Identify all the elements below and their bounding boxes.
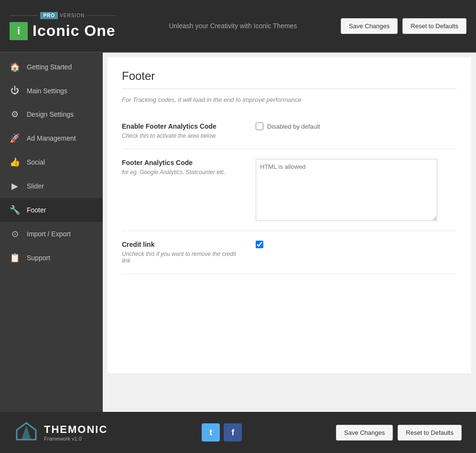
credit-link-checkbox[interactable] (256, 241, 263, 248)
sidebar-item-design-settings[interactable]: ⚙ Design Settings (0, 102, 103, 126)
sidebar-label-import-export: Import / Export (27, 230, 71, 238)
enable-analytics-checkbox[interactable] (256, 122, 263, 130)
wrench-icon: 🔧 (10, 205, 20, 215)
footer-logo-text: THEMONIC Framework v1.0 (44, 423, 108, 442)
facebook-icon: f (231, 428, 234, 438)
enable-analytics-description: Check this to activate the area below (122, 133, 246, 139)
sidebar-label-design-settings: Design Settings (27, 110, 74, 118)
settings-control-col-credit-link (256, 241, 457, 248)
analytics-code-textarea[interactable] (256, 159, 437, 221)
power-icon: ⏻ (10, 86, 20, 96)
logo-container: PRO VERSION i Iconic One (10, 12, 116, 40)
twitter-button[interactable]: t (202, 423, 220, 442)
svg-marker-1 (22, 425, 31, 440)
footer-logo: THEMONIC Framework v1.0 (14, 420, 108, 444)
thumbs-up-icon: 👍 (10, 157, 20, 167)
enable-analytics-checkbox-wrapper: Disabled by default (256, 122, 320, 130)
sidebar-item-support[interactable]: 📋 Support (0, 246, 103, 270)
facebook-button[interactable]: f (224, 423, 242, 442)
settings-section-enable-analytics: Enable Footer Analytics Code Check this … (122, 113, 457, 149)
logo-row: i Iconic One (10, 22, 116, 40)
pro-line-left (10, 15, 38, 16)
settings-control-col-analytics-code (256, 159, 457, 221)
pro-badge: PRO (40, 12, 58, 19)
settings-section-analytics-code: Footer Analytics Code for eg. Google Ana… (122, 149, 457, 231)
logo-icon: i (10, 22, 28, 40)
analytics-code-description: for eg. Google Analytics, Statcounter et… (122, 169, 246, 176)
sidebar-label-social: Social (27, 158, 45, 166)
import-export-icon: ⊙ (10, 229, 20, 239)
header-buttons: Save Changes Reset to Defaults (341, 18, 466, 34)
themonic-logo-icon (14, 420, 38, 444)
sidebar-item-social[interactable]: 👍 Social (0, 150, 103, 174)
footer-reset-button[interactable]: Reset to Defaults (398, 425, 462, 441)
pro-version-bar: PRO VERSION (10, 12, 116, 19)
footer-buttons: Save Changes Reset to Defaults (336, 425, 462, 441)
analytics-code-label: Footer Analytics Code (122, 159, 246, 166)
enable-analytics-checkbox-label: Disabled by default (267, 123, 320, 130)
settings-label-col-credit-link: Credit link Uncheck this if you want to … (122, 241, 256, 264)
sidebar-item-ad-management[interactable]: 🚀 Ad Management (0, 126, 103, 150)
sidebar-label-footer: Footer (27, 206, 46, 214)
play-icon: ▶ (10, 181, 20, 191)
app-header: PRO VERSION i Iconic One Unleash your Cr… (0, 0, 476, 53)
settings-control-col-enable-analytics: Disabled by default (256, 122, 457, 130)
sidebar-label-support: Support (27, 254, 50, 262)
footer-brand: THEMONIC (44, 423, 108, 436)
credit-link-checkbox-wrapper (256, 241, 263, 248)
content-inner: Footer For Tracking codes, it will load … (108, 57, 471, 373)
twitter-icon: t (209, 428, 212, 438)
header-save-button[interactable]: Save Changes (341, 18, 398, 34)
sidebar-item-slider[interactable]: ▶ Slider (0, 174, 103, 198)
sidebar-label-slider: Slider (27, 182, 44, 190)
sidebar: 🏠 Getting Started ⏻ Main Settings ⚙ Desi… (0, 53, 103, 412)
settings-label-col-analytics-code: Footer Analytics Code for eg. Google Ana… (122, 159, 256, 176)
version-badge: VERSION (60, 13, 85, 18)
page-footer: THEMONIC Framework v1.0 t f Save Changes… (0, 412, 476, 453)
header-reset-button[interactable]: Reset to Defaults (402, 18, 466, 34)
sidebar-label-getting-started: Getting Started (27, 63, 72, 71)
pro-line-right (87, 15, 115, 16)
footer-social: t f (202, 423, 242, 442)
home-icon: 🏠 (10, 62, 20, 72)
sidebar-item-import-export[interactable]: ⊙ Import / Export (0, 222, 103, 246)
support-icon: 📋 (10, 253, 20, 263)
sidebar-item-getting-started[interactable]: 🏠 Getting Started (0, 55, 103, 79)
credit-link-description: Uncheck this if you want to remove the c… (122, 251, 246, 264)
sidebar-item-footer[interactable]: 🔧 Footer (0, 198, 103, 222)
header-tagline: Unleash your Creativity with Iconic Them… (125, 22, 341, 30)
sidebar-label-ad-management: Ad Management (27, 134, 76, 142)
sidebar-item-main-settings[interactable]: ⏻ Main Settings (0, 79, 103, 102)
page-title: Footer (122, 69, 457, 89)
main-layout: 🏠 Getting Started ⏻ Main Settings ⚙ Desi… (0, 53, 476, 412)
rocket-icon: 🚀 (10, 133, 20, 144)
logo-text: Iconic One (32, 22, 116, 40)
footer-version: Framework v1.0 (44, 436, 108, 442)
sidebar-label-main-settings: Main Settings (27, 87, 67, 95)
credit-link-label: Credit link (122, 241, 246, 248)
page-subtitle: For Tracking codes, it will load in the … (122, 96, 457, 103)
settings-label-col-enable-analytics: Enable Footer Analytics Code Check this … (122, 122, 256, 139)
gear-icon: ⚙ (10, 109, 20, 120)
settings-section-credit-link: Credit link Uncheck this if you want to … (122, 231, 457, 274)
enable-analytics-label: Enable Footer Analytics Code (122, 122, 246, 130)
content-area: Footer For Tracking codes, it will load … (103, 53, 476, 412)
footer-save-button[interactable]: Save Changes (336, 425, 393, 441)
